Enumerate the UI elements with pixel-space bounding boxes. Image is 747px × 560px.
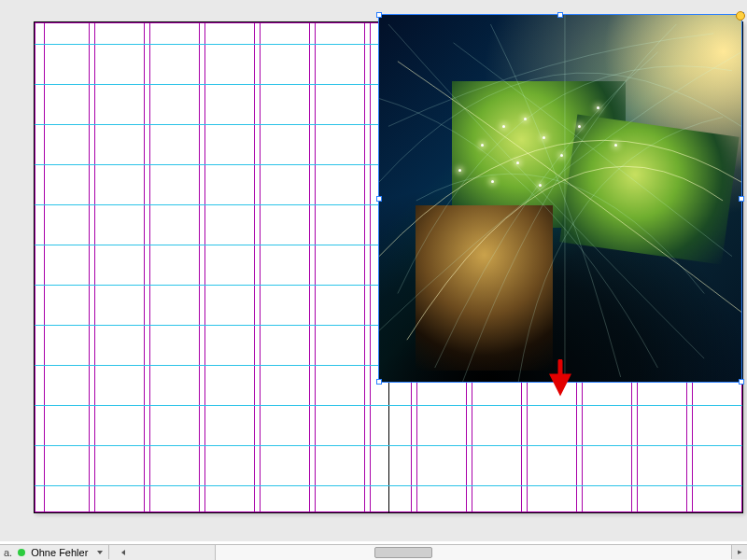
hscroll-track[interactable] <box>215 545 732 560</box>
page-nav-fragment[interactable]: a. <box>4 547 12 558</box>
document-viewport[interactable] <box>0 0 747 541</box>
scroll-left-icon[interactable] <box>121 550 125 555</box>
placed-image-content[interactable] <box>379 15 741 382</box>
selection-handle-nw[interactable] <box>376 12 382 18</box>
placed-image-frame[interactable] <box>378 14 742 383</box>
preflight-label[interactable]: Ohne Fehler <box>31 547 88 558</box>
hscroll-thumb[interactable] <box>374 547 432 558</box>
bottom-status-scrollbar: a. Ohne Fehler ▸ <box>0 544 747 560</box>
selection-handle-e[interactable] <box>739 196 744 202</box>
network-lines-overlay <box>379 15 741 382</box>
content-grabber-icon[interactable] <box>736 11 745 21</box>
pasteboard[interactable] <box>0 0 747 541</box>
dropdown-arrow-icon[interactable] <box>97 551 103 554</box>
selection-handle-w[interactable] <box>376 196 382 202</box>
scroll-right-button[interactable]: ▸ <box>731 545 747 559</box>
preflight-status-icon[interactable] <box>18 549 25 556</box>
annotation-arrow-icon <box>549 359 571 397</box>
selection-handle-n[interactable] <box>557 12 563 18</box>
selection-handle-sw[interactable] <box>376 379 382 385</box>
status-bar-left: a. Ohne Fehler <box>0 545 126 559</box>
selection-handle-se[interactable] <box>739 379 744 385</box>
